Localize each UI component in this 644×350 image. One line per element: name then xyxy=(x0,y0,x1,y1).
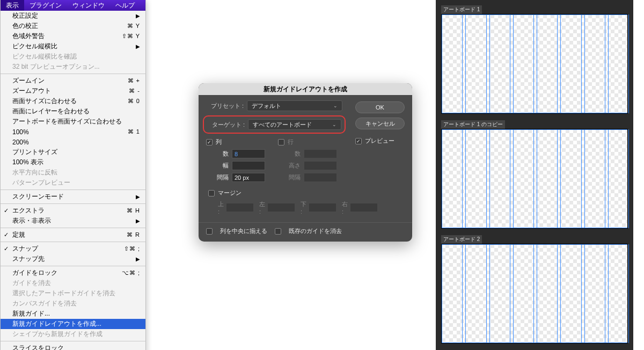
artboard-wrap: アートボード 2 xyxy=(441,235,628,344)
menu-item-label: カンバスガイドを消去 xyxy=(12,299,77,308)
menu-item[interactable]: 画面にレイヤーを合わせる xyxy=(1,106,145,116)
menu-item[interactable]: ズームイン⌘ + xyxy=(1,76,145,86)
guide-vertical xyxy=(557,14,558,113)
menu-item-label: 画面にレイヤーを合わせる xyxy=(12,107,90,116)
menu-item[interactable]: 表示・非表示▶ xyxy=(1,216,145,226)
menu-item[interactable]: ✓定規⌘ R xyxy=(1,230,145,240)
submenu-arrow-icon: ▶ xyxy=(136,256,140,262)
target-select[interactable]: すべてのアートボード ⌄ xyxy=(248,119,341,130)
guide-vertical xyxy=(465,244,466,343)
artboard[interactable] xyxy=(441,14,628,114)
guide-vertical xyxy=(513,14,514,113)
menubar-item-help[interactable]: ヘルプ xyxy=(110,0,140,11)
menu-item-label: ズームアウト xyxy=(12,86,51,96)
menu-item-label: 新規ガイドレイアウトを作成... xyxy=(12,319,101,329)
preview-checkbox[interactable] xyxy=(355,138,362,144)
guide-horizontal xyxy=(442,14,627,15)
artboard-label: アートボード 1 xyxy=(441,5,482,14)
menu-item[interactable]: ガイドをロック⌥⌘ ; xyxy=(1,268,145,278)
guide-vertical xyxy=(489,14,490,113)
guide-vertical xyxy=(486,14,487,113)
col-gutter-input[interactable] xyxy=(232,173,265,182)
guide-vertical xyxy=(557,129,558,228)
guide-vertical xyxy=(605,129,605,228)
artboard-label: アートボード 1 のコピー xyxy=(441,120,505,129)
col-width-input[interactable] xyxy=(232,161,265,170)
menubar-item-view[interactable]: 表示 xyxy=(1,0,24,11)
menu-item: 選択したアートボードガイドを消去 xyxy=(1,288,145,298)
guide-vertical xyxy=(584,129,585,228)
guide-vertical xyxy=(584,244,585,343)
menu-separator xyxy=(1,242,145,242)
menu-item[interactable]: 画面サイズに合わせる⌘ 0 xyxy=(1,96,145,106)
menu-shortcut: ⌘ 0 xyxy=(128,98,140,105)
margin-bottom-input xyxy=(309,203,336,212)
menu-item[interactable]: アートボードを画面サイズに合わせる xyxy=(1,116,145,127)
preset-select[interactable]: デフォルト ⌄ xyxy=(247,100,342,111)
guide-vertical xyxy=(557,244,558,343)
clear-guides-checkbox[interactable] xyxy=(275,228,281,235)
col-gutter-label: 間隔 xyxy=(216,173,232,181)
menu-item[interactable]: ✓エクストラ⌘ H xyxy=(1,206,145,216)
menu-list: 校正設定▶色の校正⌘ Y色域外警告⇧⌘ Yピクセル縦横比▶ピクセル縦横比を確認3… xyxy=(1,11,145,350)
artboard[interactable] xyxy=(441,244,628,344)
menu-item[interactable]: 新規ガイドレイアウトを作成... xyxy=(1,319,145,329)
artboard[interactable] xyxy=(441,129,628,229)
menu-item-label: パターンプレビュー xyxy=(12,178,70,187)
menu-shortcut: ⌘ - xyxy=(129,88,140,94)
menu-item-label: 100% xyxy=(12,128,29,136)
chevron-down-icon: ⌄ xyxy=(333,103,338,108)
menu-item[interactable]: スナップ先▶ xyxy=(1,254,145,264)
col-count-input[interactable] xyxy=(232,149,265,158)
center-cols-checkbox[interactable] xyxy=(206,228,213,235)
rows-group: 行 数 高さ 間隔 xyxy=(278,138,342,185)
menu-item[interactable]: ピクセル縦横比▶ xyxy=(1,41,145,52)
rows-checkbox[interactable] xyxy=(278,139,284,145)
guide-horizontal xyxy=(442,113,627,113)
margin-left-input xyxy=(267,203,295,212)
columns-group: 列 数 幅 間隔 xyxy=(206,138,270,185)
columns-head-label: 列 xyxy=(216,138,222,146)
menubar: 表示 プラグイン ウィンドウ ヘルプ xyxy=(1,0,145,11)
guide-vertical xyxy=(533,129,534,228)
menu-item[interactable]: スライスをロック xyxy=(1,343,145,350)
menu-separator xyxy=(1,228,145,228)
menu-item[interactable]: プリントサイズ xyxy=(1,147,145,157)
guide-vertical xyxy=(442,244,442,343)
menubar-item-window[interactable]: ウィンドウ xyxy=(67,0,110,11)
menu-item[interactable]: 校正設定▶ xyxy=(1,11,145,21)
columns-checkbox[interactable] xyxy=(206,139,213,145)
target-row-highlight: ターゲット : すべてのアートボード ⌄ xyxy=(203,115,346,134)
menu-item[interactable]: 色の校正⌘ Y xyxy=(1,21,145,31)
col-count-label: 数 xyxy=(216,150,232,158)
menu-item-label: エクストラ xyxy=(12,206,45,215)
menu-item-label: 画面サイズに合わせる xyxy=(12,97,77,106)
menu-item-label: 新規ガイド... xyxy=(12,309,50,318)
menu-shortcut: ⌘ + xyxy=(128,77,140,84)
menu-item-label: プリントサイズ xyxy=(12,148,57,157)
guide-vertical xyxy=(628,14,629,113)
menu-item[interactable]: 100% 表示 xyxy=(1,157,145,167)
menu-item[interactable]: 200% xyxy=(1,137,145,147)
menu-item-label: 色域外警告 xyxy=(12,32,45,41)
view-menu-panel: 表示 プラグイン ウィンドウ ヘルプ 校正設定▶色の校正⌘ Y色域外警告⇧⌘ Y… xyxy=(0,0,146,350)
ok-button[interactable]: OK xyxy=(355,101,405,113)
guide-vertical xyxy=(560,244,561,343)
chevron-down-icon: ⌄ xyxy=(332,122,336,127)
menubar-item-plugins[interactable]: プラグイン xyxy=(24,0,67,11)
menu-item-label: 色の校正 xyxy=(12,21,38,31)
guide-vertical xyxy=(537,129,537,228)
guide-vertical xyxy=(489,129,490,228)
margin-checkbox[interactable] xyxy=(208,190,215,196)
margin-left-label: 左 : xyxy=(259,200,265,215)
guide-vertical xyxy=(608,14,609,113)
menu-item[interactable]: ✓スナップ⇧⌘ ; xyxy=(1,244,145,254)
menu-item[interactable]: 色域外警告⇧⌘ Y xyxy=(1,31,145,41)
menu-item[interactable]: 100%⌘ 1 xyxy=(1,127,145,137)
menu-item[interactable]: 新規ガイド... xyxy=(1,309,145,319)
guide-vertical xyxy=(581,129,582,228)
menu-item-label: 100% 表示 xyxy=(12,158,43,167)
menu-item[interactable]: ズームアウト⌘ - xyxy=(1,86,145,96)
cancel-button[interactable]: キャンセル xyxy=(355,118,405,129)
menu-item[interactable]: スクリーンモード▶ xyxy=(1,192,145,202)
